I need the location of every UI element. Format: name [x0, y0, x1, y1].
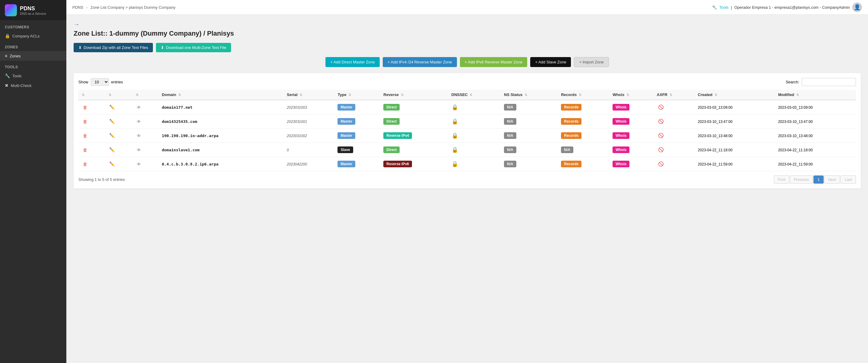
view-icon[interactable]: 👁: [135, 160, 143, 168]
dnssec-cell: 🔒: [449, 143, 502, 157]
edit-icon[interactable]: ✏️: [108, 160, 116, 168]
delete-icon[interactable]: 🗑: [81, 131, 89, 140]
modified-cell: 2023-03-03_13:09:00: [776, 100, 856, 114]
serial-cell: 2023031002: [284, 129, 335, 143]
col-action1: ⇅: [79, 90, 105, 100]
whois-badge[interactable]: Whois: [613, 118, 629, 125]
delete-icon[interactable]: 🗑: [81, 160, 89, 168]
previous-page-button[interactable]: Previous: [790, 175, 813, 184]
whois-badge[interactable]: Whois: [613, 161, 629, 167]
delete-icon[interactable]: 🗑: [81, 103, 89, 111]
last-page-button[interactable]: Last: [841, 175, 856, 184]
sidebar-item-company-acls[interactable]: 🔒 Company ACLs: [0, 31, 66, 41]
serial-value: 2023031003: [287, 105, 307, 110]
view-icon[interactable]: 👁: [135, 145, 143, 154]
records-badge[interactable]: Records: [561, 118, 582, 125]
records-cell: N/A: [559, 143, 610, 157]
domain-cell: domainslave1.com: [159, 143, 284, 157]
edit-icon[interactable]: ✏️: [108, 117, 116, 125]
ns-status-cell: N/A: [501, 114, 559, 129]
add-ipv4-zone-button[interactable]: + Add IPv4 /24 Reverse Master Zone: [383, 57, 457, 67]
sidebar-item-label: Tools: [12, 74, 22, 78]
edit-icon[interactable]: ✏️: [108, 103, 116, 111]
page-1-button[interactable]: 1: [813, 175, 824, 184]
pagination-buttons: First Previous 1 Next Last: [774, 175, 856, 184]
axfr-icon[interactable]: 🚫: [657, 117, 665, 125]
download-multizone-icon: ⬇: [161, 45, 164, 50]
search-label: Search:: [786, 80, 799, 84]
domain-value: 190.190.190.in-addr.arpa: [162, 134, 218, 138]
view-icon[interactable]: 👁: [135, 131, 143, 140]
import-zone-button[interactable]: + Import Zone: [574, 57, 609, 67]
delete-icon[interactable]: 🗑: [81, 145, 89, 154]
records-badge[interactable]: Records: [561, 161, 582, 167]
created-cell: 2023-03-03_13:09:00: [695, 100, 776, 114]
delete-icon[interactable]: 🗑: [81, 117, 89, 125]
col-type: Type ⇅: [335, 90, 381, 100]
edit-icon[interactable]: ✏️: [108, 131, 116, 140]
add-ipv6-zone-button[interactable]: + Add IPv6 Reverse Master Zone: [460, 57, 527, 67]
add-direct-zone-button[interactable]: + Add Direct Master Zone: [326, 57, 380, 67]
add-slave-zone-button[interactable]: + Add Slave Zone: [530, 57, 571, 67]
sidebar-item-tools[interactable]: 🔧 Tools: [0, 71, 66, 81]
table-section: Show 10 25 50 100 entries Search:: [73, 73, 861, 189]
serial-value: 2023042200: [287, 162, 307, 166]
axfr-icon[interactable]: 🚫: [657, 160, 665, 168]
created-cell: 2023-04-22_11:18:00: [695, 143, 776, 157]
axfr-icon[interactable]: 🚫: [657, 131, 665, 140]
type-badge: Master: [338, 161, 355, 167]
entries-select[interactable]: 10 25 50 100: [91, 78, 109, 86]
whois-cell: Whois: [610, 100, 654, 114]
download-zip-button[interactable]: ⬇ Download Zip with all Zone Text Files: [73, 43, 153, 52]
type-badge: Master: [338, 118, 355, 125]
created-value: 2023-04-22_11:18:00: [698, 148, 733, 152]
whois-badge[interactable]: Whois: [613, 104, 629, 111]
axfr-cell: 🚫: [654, 114, 695, 129]
type-cell: Master: [335, 100, 381, 114]
records-badge[interactable]: Records: [561, 104, 582, 111]
showing-text: Showing 1 to 5 of 5 entries: [79, 177, 125, 182]
axfr-icon[interactable]: 🚫: [657, 145, 665, 154]
sidebar-item-zones[interactable]: ≡ Zones: [0, 51, 66, 61]
sidebar-item-label: Zones: [10, 54, 21, 58]
delete-cell: 🗑: [79, 129, 105, 143]
view-cell: 👁: [132, 100, 159, 114]
dnssec-icon: 🔒: [452, 104, 458, 110]
records-badge: N/A: [561, 146, 574, 153]
lock-icon: 🔒: [5, 33, 10, 38]
ns-status-cell: N/A: [501, 143, 559, 157]
tools-link[interactable]: Tools: [719, 5, 728, 10]
view-icon[interactable]: 👁: [135, 117, 143, 125]
whois-cell: Whois: [610, 143, 654, 157]
reverse-badge: Reverse IPv4: [383, 132, 412, 139]
dnssec-icon: 🔒: [452, 133, 458, 139]
next-page-button[interactable]: Next: [824, 175, 840, 184]
table-controls: Show 10 25 50 100 entries Search:: [79, 78, 856, 86]
records-badge[interactable]: Records: [561, 132, 582, 139]
whois-badge[interactable]: Whois: [613, 132, 629, 139]
reverse-cell: Direct: [381, 100, 449, 114]
created-cell: 2023-04-22_11:59:00: [695, 157, 776, 171]
axfr-icon[interactable]: 🚫: [657, 103, 665, 111]
download-multizone-button[interactable]: ⬇ Download one Multi-Zone Text File: [156, 43, 231, 52]
user-avatar[interactable]: 👤: [852, 2, 862, 12]
tools-section-title: Tools: [0, 61, 66, 71]
dnssec-cell: 🔒: [449, 100, 502, 114]
type-cell: Master: [335, 129, 381, 143]
col-action3: ⇅: [132, 90, 159, 100]
domain-cell: domain177.net: [159, 100, 284, 114]
sidebar-item-multicheck[interactable]: ✖ Multi-Check: [0, 81, 66, 90]
col-modified: Modified ⇅: [776, 90, 856, 100]
col-dnssec: DNSSEC ⇅: [449, 90, 502, 100]
domain-value: 0.4.c.b.3.0.8.2.ip6.arpa: [162, 162, 218, 166]
modified-value: 2023-04-22_11:59:00: [778, 162, 813, 166]
created-value: 2023-03-03_13:09:00: [698, 105, 733, 110]
first-page-button[interactable]: First: [774, 175, 789, 184]
edit-icon[interactable]: ✏️: [108, 145, 116, 154]
add-ipv6-label: + Add IPv6 Reverse Master Zone: [465, 60, 523, 64]
reverse-badge: Direct: [383, 118, 400, 125]
whois-badge[interactable]: Whois: [613, 146, 629, 153]
view-icon[interactable]: 👁: [135, 103, 143, 111]
search-input[interactable]: [802, 78, 856, 86]
col-created: Created ⇅: [695, 90, 776, 100]
